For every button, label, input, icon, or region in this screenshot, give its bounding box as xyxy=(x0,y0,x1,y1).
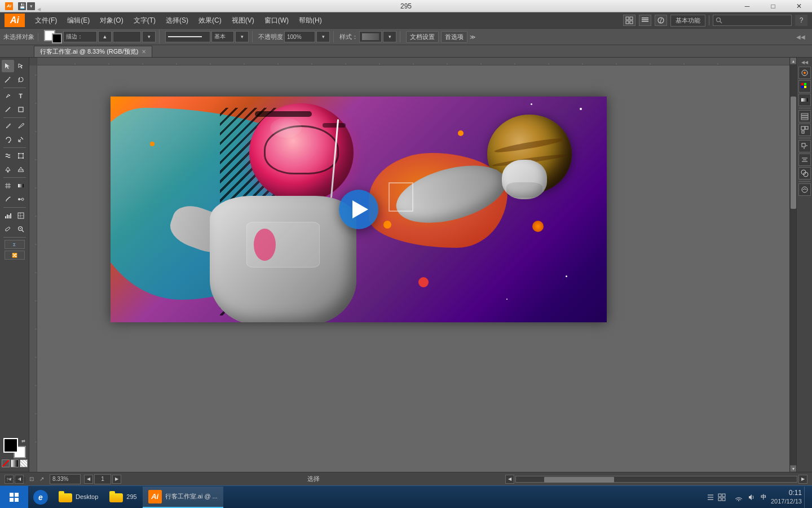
none-fill-btn[interactable] xyxy=(2,459,10,467)
panel-color-btn[interactable] xyxy=(798,67,811,79)
scroll-track-v[interactable] xyxy=(790,64,796,465)
page-prev-btn[interactable]: ◀ xyxy=(84,475,93,484)
h-scrollbar-thumb[interactable] xyxy=(544,477,615,483)
menu-view[interactable]: 视图(V) xyxy=(227,14,259,27)
menu-window[interactable]: 窗口(W) xyxy=(260,14,293,27)
close-btn[interactable]: ✕ xyxy=(786,0,812,12)
tool-slice[interactable] xyxy=(15,209,27,222)
opacity-down[interactable]: ▾ xyxy=(316,31,330,42)
style-preview[interactable] xyxy=(359,31,382,42)
panel-align-btn[interactable] xyxy=(798,154,811,166)
opacity-input[interactable]: 100% xyxy=(284,31,315,42)
document-tab-main[interactable]: 行客工作室.ai @ 8.33% (RGB/预览) ✕ xyxy=(34,46,152,57)
stroke-type-selector[interactable]: 描边： xyxy=(63,31,97,42)
panel-layers-btn[interactable] xyxy=(798,110,811,122)
tool-eyedropper[interactable] xyxy=(2,193,14,205)
style-down[interactable]: ▾ xyxy=(383,31,396,42)
arrange-icon[interactable] xyxy=(623,15,636,26)
scroll-thumb-v[interactable] xyxy=(791,97,796,209)
fg-color-swatch[interactable] xyxy=(3,438,18,453)
maximize-btn[interactable]: □ xyxy=(760,0,786,12)
preferences-btn[interactable]: 首选项 xyxy=(441,31,467,43)
tool-perspective[interactable] xyxy=(15,163,27,176)
panel-collapse-left[interactable]: ◀ xyxy=(37,7,41,12)
start-button[interactable] xyxy=(0,486,28,509)
tool-select[interactable] xyxy=(2,60,14,72)
tool-zoom[interactable] xyxy=(15,223,27,235)
panel-transform-btn[interactable] xyxy=(798,140,811,152)
tool-live-paint[interactable] xyxy=(2,163,14,176)
share-btn[interactable]: ↗ xyxy=(37,475,46,484)
panel-appearance-btn[interactable] xyxy=(798,183,811,196)
tool-type[interactable]: T xyxy=(15,90,27,102)
h-scrollbar-track[interactable] xyxy=(515,476,797,483)
play-button[interactable] xyxy=(339,190,378,229)
stroke-style-preview[interactable] xyxy=(165,31,210,42)
menu-select[interactable]: 选择(S) xyxy=(161,14,193,27)
fill-color[interactable] xyxy=(113,31,141,42)
panel-artboards-btn[interactable] xyxy=(798,124,811,136)
view-toggle-btn[interactable]: ⊡ xyxy=(27,475,36,484)
view-grid-btn[interactable] xyxy=(717,492,727,502)
tool-gradient[interactable] xyxy=(15,179,27,192)
volume-icon[interactable] xyxy=(746,492,756,502)
network-icon[interactable] xyxy=(734,492,744,502)
extra-menu[interactable]: ≫ xyxy=(470,34,475,40)
menu-effect[interactable]: 效果(C) xyxy=(194,14,226,27)
tool-lasso[interactable] xyxy=(15,73,27,86)
tool-pen[interactable] xyxy=(2,90,14,102)
menu-object[interactable]: 对象(O) xyxy=(95,14,127,27)
zoom-display[interactable]: 8.33% xyxy=(50,474,81,484)
panel-gradient-btn[interactable] xyxy=(798,94,811,106)
tool-warp[interactable] xyxy=(2,150,14,162)
fill-color-down[interactable]: ▾ xyxy=(142,31,156,42)
stroke-style-down[interactable]: ▾ xyxy=(235,31,249,42)
tool-brush[interactable] xyxy=(15,120,27,132)
tool-free-transform[interactable] xyxy=(15,150,27,162)
scroll-right-btn[interactable]: ▶ xyxy=(798,475,807,484)
page-next-btn[interactable]: ▶ xyxy=(112,475,121,484)
scroll-left-btn[interactable]: ◀ xyxy=(505,475,514,484)
tool-eraser[interactable] xyxy=(2,223,14,235)
minimize-btn[interactable]: ─ xyxy=(734,0,760,12)
stroke-weight-up[interactable]: ▲ xyxy=(98,31,112,42)
tool-scale[interactable] xyxy=(15,133,27,146)
tool-blend[interactable] xyxy=(15,193,27,205)
tool-magic-wand[interactable] xyxy=(2,73,14,86)
page-number[interactable]: 1 xyxy=(94,474,111,484)
tool-column-graph[interactable] xyxy=(2,209,14,222)
taskbar-illustrator[interactable]: Ai 行客工作室.ai @ ... xyxy=(143,487,223,508)
doc-setup-btn[interactable]: 文档设置 xyxy=(406,31,439,43)
search-bar[interactable] xyxy=(713,15,792,26)
show-desktop-btn[interactable] xyxy=(804,487,807,508)
view-list-btn[interactable] xyxy=(705,492,716,502)
qat-save[interactable]: 💾 xyxy=(18,2,26,10)
taskbar-desktop[interactable]: Desktop xyxy=(53,487,104,508)
swap-colors-btn[interactable]: ⇄ xyxy=(21,439,25,444)
toolbar-collapse[interactable]: ◀◀ xyxy=(796,34,809,40)
workspace-switcher[interactable]: 基本功能 xyxy=(670,15,705,27)
input-method-icon[interactable]: 中 xyxy=(758,492,769,502)
gradient-fill-btn[interactable] xyxy=(11,459,19,467)
tool-line[interactable] xyxy=(2,103,14,116)
tool-mesh[interactable] xyxy=(2,179,14,192)
menu-file[interactable]: 文件(F) xyxy=(30,14,61,27)
stroke-style-label[interactable]: 基本 xyxy=(211,31,234,42)
tool-rotate[interactable] xyxy=(2,133,14,146)
fill-stroke-widget[interactable] xyxy=(44,30,62,43)
grid-icon[interactable] xyxy=(639,15,651,26)
panel-swatches-btn[interactable] xyxy=(798,80,811,93)
canvas-viewport[interactable] xyxy=(37,65,789,472)
tool-rect[interactable] xyxy=(15,103,27,116)
bridge-icon[interactable] xyxy=(655,15,667,26)
tab-close-btn[interactable]: ✕ xyxy=(142,49,146,55)
tool-direct-select[interactable] xyxy=(15,60,27,72)
panels-collapse-right[interactable]: ◀◀ xyxy=(800,59,809,66)
pattern-fill-btn[interactable] xyxy=(20,459,28,467)
taskbar-295[interactable]: 295 xyxy=(104,487,142,508)
menu-help[interactable]: 帮助(H) xyxy=(294,14,326,27)
panel-thumbnail-2[interactable]: 🔀 xyxy=(5,251,25,260)
panel-pathfinder-btn[interactable] xyxy=(798,167,811,179)
tool-pencil[interactable] xyxy=(2,120,14,132)
panel-thumbnail-1[interactable]: Σ xyxy=(5,240,25,249)
